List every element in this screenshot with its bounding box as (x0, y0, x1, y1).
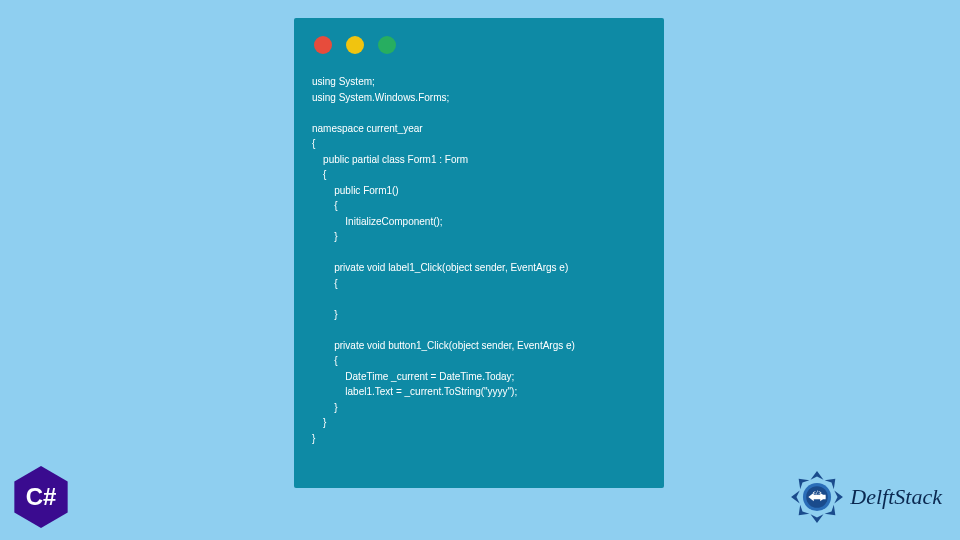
svg-marker-2 (835, 491, 844, 504)
delftstack-icon: </> (790, 470, 844, 524)
maximize-icon[interactable] (378, 36, 396, 54)
delftstack-label: DelftStack (850, 484, 942, 510)
delftstack-logo: </> DelftStack (790, 470, 942, 524)
window-controls (314, 36, 646, 54)
code-window: using System; using System.Windows.Forms… (294, 18, 664, 488)
svg-marker-7 (794, 474, 809, 489)
close-icon[interactable] (314, 36, 332, 54)
code-block: using System; using System.Windows.Forms… (312, 74, 646, 446)
csharp-badge: C# (10, 466, 72, 528)
csharp-label: C# (26, 483, 57, 511)
svg-marker-5 (794, 505, 809, 520)
svg-text:</>: </> (813, 489, 822, 495)
svg-marker-4 (811, 514, 824, 523)
svg-marker-0 (811, 471, 824, 480)
svg-marker-6 (791, 491, 800, 504)
minimize-icon[interactable] (346, 36, 364, 54)
hexagon-icon: C# (10, 466, 72, 528)
